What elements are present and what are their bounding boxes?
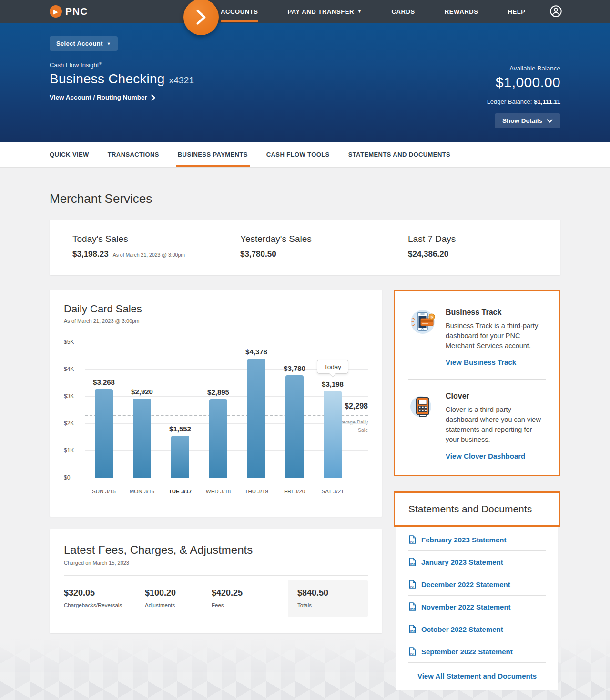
chevron-right-icon <box>195 9 207 25</box>
x-axis-label: SAT 3/21 <box>322 489 344 494</box>
available-balance-value: $1,000.00 <box>487 74 560 90</box>
daily-card-sales-card: Daily Card Sales As of March 21, 2023 @ … <box>50 290 382 517</box>
clover-content: Clover Clover is a third-party dashboard… <box>446 392 546 460</box>
select-account-button[interactable]: Select Account ▼ <box>50 36 118 51</box>
bar-fri-3-20[interactable] <box>285 375 304 478</box>
bar-mon-3-16[interactable] <box>133 399 151 478</box>
business-track-description: Business Track is a third-party dashboar… <box>446 321 546 351</box>
bar-wed-3-18[interactable] <box>209 399 227 478</box>
orange-pointer-button[interactable] <box>183 0 219 35</box>
y-axis-tick: $1K <box>64 447 81 454</box>
page-title: Merchant Services <box>50 191 560 206</box>
divider <box>64 575 368 576</box>
pdf-icon: PDF <box>409 535 416 544</box>
chevron-right-icon <box>151 94 155 101</box>
x-axis-label: THU 3/19 <box>244 489 268 494</box>
bar-slot-wed-3-18[interactable]: $2,895WED 3/18 <box>199 342 237 500</box>
account-tab-bar: QUICK VIEW TRANSACTIONS BUSINESS PAYMENT… <box>0 142 610 168</box>
chevron-down-icon <box>547 119 553 123</box>
bar-slot-thu-3-19[interactable]: $4,378THU 3/19 <box>237 342 275 500</box>
bar-value-label: $3,780 <box>284 364 305 372</box>
bar-sat-3-21[interactable] <box>324 391 342 478</box>
statements-list: PDF February 2023 Statement PDF January … <box>396 527 558 690</box>
chart-title: Daily Card Sales <box>64 303 368 315</box>
tab-business-payments[interactable]: BUSINESS PAYMENTS <box>178 142 248 167</box>
view-account-routing-link[interactable]: View Account / Routing Number <box>50 94 155 101</box>
account-number: x4321 <box>169 75 194 85</box>
bar-slot-mon-3-16[interactable]: $2,920MON 3/16 <box>123 342 161 500</box>
profile-button[interactable] <box>549 5 562 20</box>
yesterdays-sales-value: $3,780.50 <box>240 250 276 259</box>
yesterdays-sales: Yesterday's Sales $3,780.50 <box>240 234 408 259</box>
bar-value-label: $1,552 <box>169 425 191 433</box>
fee-totals: $840.50 Totals <box>288 580 368 617</box>
bar-value-label: $2,920 <box>131 388 153 396</box>
x-axis-label: FRI 3/20 <box>284 489 305 494</box>
statement-link-november-2022[interactable]: PDF November 2022 Statement <box>408 596 546 618</box>
bar-slot-fri-3-20[interactable]: $3,780FRI 3/20 <box>275 342 314 500</box>
statement-link-october-2022[interactable]: PDF October 2022 Statement <box>408 618 546 640</box>
bar-slot-sat-3-21[interactable]: Today$3,198SAT 3/21 <box>314 342 352 500</box>
svg-text:PDF: PDF <box>410 630 415 633</box>
svg-text:$: $ <box>431 315 433 319</box>
nav-item-cards[interactable]: CARDS <box>392 0 415 23</box>
statements-title: Statements and Documents <box>408 503 546 515</box>
business-track-icon: $ <box>408 308 436 367</box>
fees-title: Latest Fees, Charges, & Adjustments <box>64 543 368 557</box>
view-all-statements-link[interactable]: View All Statement and Documents <box>408 663 546 680</box>
divider <box>408 379 546 380</box>
tab-statements-and-documents[interactable]: STATEMENTS AND DOCUMENTS <box>348 142 450 167</box>
business-track-title: Business Track <box>446 308 546 317</box>
x-axis-label: TUE 3/17 <box>163 485 197 498</box>
fees-subtitle: Charged on March 15, 2023 <box>64 560 368 566</box>
pdf-icon: PDF <box>409 647 416 656</box>
tab-transactions[interactable]: TRANSACTIONS <box>108 142 159 167</box>
nav-item-rewards[interactable]: REWARDS <box>445 0 478 23</box>
clover-title: Clover <box>446 392 546 400</box>
statements-header-card: Statements and Documents <box>394 491 560 527</box>
pnc-logo[interactable]: ▶ PNC <box>50 0 88 23</box>
bar-slot-tue-3-17[interactable]: $1,552TUE 3/17 <box>161 342 199 500</box>
balance-block: Available Balance $1,000.00 Ledger Balan… <box>487 65 560 128</box>
available-balance-label: Available Balance <box>487 65 560 72</box>
bar-value-label: $2,895 <box>207 388 229 396</box>
clover-section: Clover Clover is a third-party dashboard… <box>408 392 546 460</box>
pdf-icon: PDF <box>409 625 416 633</box>
program-label: Cash Flow Insight® <box>50 61 560 69</box>
business-track-section: $ Business Track Business Track is a thi… <box>408 308 546 367</box>
business-track-content: Business Track Business Track is a third… <box>446 308 546 367</box>
view-clover-dashboard-link[interactable]: View Clover Dashboard <box>446 452 525 460</box>
y-axis-tick: $0 <box>64 474 81 481</box>
nav-item-help[interactable]: HELP <box>508 0 526 23</box>
statement-link-january-2023[interactable]: PDF January 2023 Statement <box>408 551 546 573</box>
x-axis-label: WED 3/18 <box>206 489 231 494</box>
top-nav: ▶ PNC ACCOUNTS PAY AND TRANSFER▼ CARDS R… <box>0 0 610 23</box>
chart-subtitle: As of March 21, 2023 @ 3:00pm <box>64 318 368 324</box>
statement-link-september-2022[interactable]: PDF September 2022 Statement <box>408 640 546 663</box>
statement-link-february-2023[interactable]: PDF February 2023 Statement <box>408 529 546 551</box>
bar-slot-sun-3-15[interactable]: $3,268SUN 3/15 <box>85 342 123 500</box>
nav-item-pay-and-transfer[interactable]: PAY AND TRANSFER▼ <box>287 0 362 23</box>
fees-card: Latest Fees, Charges, & Adjustments Char… <box>50 529 382 633</box>
clover-icon <box>408 392 436 460</box>
clover-description: Clover is a third-party dashboard where … <box>446 405 546 445</box>
bar-sun-3-15[interactable] <box>95 389 113 478</box>
bar-value-label: $3,198 <box>322 380 344 388</box>
todays-sales-value: $3,198.23 <box>72 250 109 259</box>
tab-quick-view[interactable]: QUICK VIEW <box>50 142 89 167</box>
tab-cash-flow-tools[interactable]: CASH FLOW TOOLS <box>266 142 330 167</box>
view-business-track-link[interactable]: View Business Track <box>446 358 516 366</box>
bar-tue-3-17[interactable] <box>171 436 189 478</box>
svg-text:PDF: PDF <box>410 541 415 543</box>
pdf-icon: PDF <box>409 602 416 611</box>
x-axis-label: SUN 3/15 <box>92 489 116 494</box>
sales-summary-card: Today's Sales $3,198.23 As of March 21, … <box>50 220 560 275</box>
statement-link-december-2022[interactable]: PDF December 2022 Statement <box>408 573 546 596</box>
bar-thu-3-19[interactable] <box>247 359 265 478</box>
nav-menu: ACCOUNTS PAY AND TRANSFER▼ CARDS REWARDS… <box>221 0 526 23</box>
show-details-button[interactable]: Show Details <box>495 113 560 128</box>
dropdown-caret-icon: ▼ <box>357 9 362 14</box>
nav-item-accounts[interactable]: ACCOUNTS <box>221 0 258 23</box>
svg-text:PDF: PDF <box>410 586 415 588</box>
last-7-days-sales: Last 7 Days $24,386.20 <box>408 234 576 259</box>
